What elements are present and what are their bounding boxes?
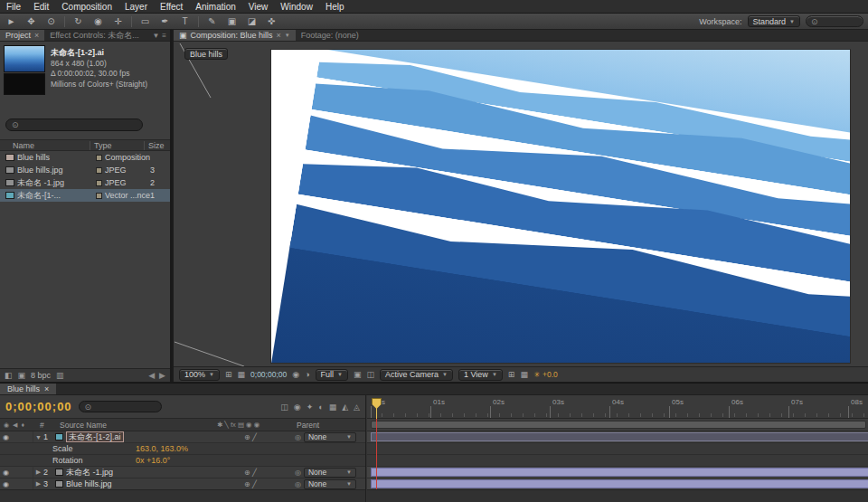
menu-window[interactable]: Window bbox=[274, 2, 319, 12]
tab-footage[interactable]: Footage: (none) bbox=[296, 30, 364, 41]
project-table-header[interactable]: Name Type Size bbox=[0, 139, 170, 151]
track-scale[interactable] bbox=[367, 443, 868, 455]
eye-icon[interactable]: ◉ bbox=[0, 433, 12, 441]
tab-effect-controls[interactable]: Effect Controls: 未命名... bbox=[44, 30, 144, 41]
brush-tool-icon[interactable]: ✎ bbox=[205, 14, 219, 29]
pickwhip-icon[interactable]: ◎ bbox=[295, 469, 301, 477]
region-of-interest-icon[interactable]: ▣ bbox=[354, 370, 362, 379]
fast-previews-icon[interactable]: ▦ bbox=[520, 370, 528, 379]
layer-row-1[interactable]: ◉ ▼ 1 未命名-[1-2].ai ⊕ ╱ ◎ None ▼ bbox=[0, 431, 365, 443]
layer-3-duration-bar[interactable] bbox=[371, 479, 868, 488]
transparency-grid-icon[interactable]: ◫ bbox=[367, 370, 375, 379]
rotation-tool-icon[interactable]: ↻ bbox=[71, 14, 85, 29]
grid-guides-icon[interactable]: ▦ bbox=[238, 370, 246, 379]
new-folder-icon[interactable]: ▣ bbox=[18, 371, 26, 380]
layer-row-2[interactable]: ◉ ▶ 2 未命名 -1.jpg ⊕ ╱ ◎ None ▼ bbox=[0, 467, 365, 478]
project-item-blue-hills[interactable]: Blue hills Composition bbox=[0, 151, 170, 164]
comp-canvas[interactable] bbox=[271, 50, 850, 363]
layer-name[interactable]: 未命名 -1.jpg bbox=[66, 467, 244, 478]
graph-editor-icon[interactable]: ◬ bbox=[354, 403, 360, 412]
pen-tool-icon[interactable]: ✒ bbox=[158, 14, 172, 29]
hide-shy-icon[interactable]: ◐ bbox=[318, 403, 323, 412]
menu-effect[interactable]: Effect bbox=[154, 2, 189, 12]
eraser-tool-icon[interactable]: ◪ bbox=[245, 14, 259, 29]
work-area-bar[interactable] bbox=[371, 421, 866, 429]
draft-3d-icon[interactable]: ✦ bbox=[307, 403, 314, 412]
rotation-value[interactable]: 0x +16.0° bbox=[136, 456, 170, 465]
channels-icon[interactable]: ◑ bbox=[305, 370, 309, 379]
puppet-pin-tool-icon[interactable]: ✜ bbox=[265, 14, 278, 29]
column-type[interactable]: Type bbox=[90, 141, 145, 150]
layer-switches[interactable]: ⊕ ╱ bbox=[244, 469, 295, 477]
motion-blur-icon[interactable]: ◭ bbox=[342, 403, 348, 412]
layer-name-selected[interactable]: 未命名-[1-2].ai bbox=[66, 431, 124, 442]
time-ruler[interactable]: 00s 01s 02s 03s 04s 05s 06s 07s 08s bbox=[367, 395, 868, 419]
clone-stamp-tool-icon[interactable]: ▣ bbox=[225, 14, 239, 29]
view-layout-dropdown[interactable]: 1 View ▼ bbox=[458, 369, 503, 381]
parent-dropdown[interactable]: None ▼ bbox=[304, 432, 356, 442]
eye-icon[interactable]: ◉ bbox=[0, 469, 12, 477]
tab-composition[interactable]: ▣ Composition: Blue hills × ▼ bbox=[174, 30, 296, 41]
interpret-footage-icon[interactable]: ◧ bbox=[5, 371, 13, 380]
menu-file[interactable]: File bbox=[0, 2, 27, 12]
type-tool-icon[interactable]: T bbox=[178, 14, 192, 29]
column-name[interactable]: Name bbox=[0, 141, 90, 150]
workspace-dropdown[interactable]: Standard ▼ bbox=[748, 15, 800, 27]
camera-dropdown[interactable]: Active Camera ▼ bbox=[380, 369, 453, 381]
panel-menu-icon[interactable]: ≡ bbox=[162, 32, 166, 40]
selection-tool-icon[interactable]: ► bbox=[5, 14, 18, 29]
menu-help[interactable]: Help bbox=[319, 2, 351, 12]
menu-composition[interactable]: Composition bbox=[55, 2, 118, 12]
resolution-dropdown[interactable]: Full ▼ bbox=[316, 369, 348, 381]
layer-2-duration-bar[interactable] bbox=[371, 468, 868, 477]
layer-name[interactable]: Blue hills.jpg bbox=[66, 479, 244, 488]
tab-project[interactable]: Project × bbox=[0, 30, 44, 41]
menu-animation[interactable]: Animation bbox=[189, 2, 241, 12]
comp-breadcrumb[interactable]: Blue hills bbox=[184, 48, 228, 60]
menu-view[interactable]: View bbox=[242, 2, 275, 12]
property-row-scale[interactable]: Scale 163.0, 163.0% bbox=[0, 443, 365, 455]
source-name-column[interactable]: Source Name bbox=[60, 421, 217, 430]
timeline-tab-blue-hills[interactable]: Blue hills × bbox=[0, 384, 56, 394]
camera-tool-icon[interactable]: ◉ bbox=[91, 14, 105, 29]
zoom-tool-icon[interactable]: ⊙ bbox=[44, 14, 58, 29]
comp-mini-flowchart-icon[interactable]: ◫ bbox=[280, 403, 288, 412]
project-search-input[interactable]: ⊙ bbox=[5, 118, 143, 131]
property-row-rotation[interactable]: Rotation 0x +16.0° bbox=[0, 455, 365, 467]
viewer-time-display[interactable]: 0;00;00;00 bbox=[250, 370, 287, 379]
layer-1-duration-bar[interactable] bbox=[371, 432, 868, 441]
magnification-dropdown[interactable]: 100% ▼ bbox=[179, 369, 220, 381]
pan-behind-tool-icon[interactable]: ✛ bbox=[111, 14, 125, 29]
eye-icon[interactable]: ◉ bbox=[0, 480, 12, 488]
composition-viewer[interactable]: Blue hills bbox=[174, 42, 868, 366]
project-item-untitled-ai[interactable]: 未命名-[1-... Vector ...nce 1 bbox=[0, 189, 170, 202]
close-icon[interactable]: × bbox=[44, 384, 49, 393]
mask-tool-icon[interactable]: ▭ bbox=[138, 14, 152, 29]
scale-value[interactable]: 163.0, 163.0% bbox=[136, 444, 188, 453]
project-item-untitled-jpg[interactable]: 未命名 -1.jpg JPEG 2 bbox=[0, 176, 170, 189]
live-update-icon[interactable]: ◉ bbox=[294, 403, 301, 412]
close-icon[interactable]: × bbox=[277, 31, 281, 40]
snapshot-icon[interactable]: ◉ bbox=[292, 370, 299, 379]
track-layer-1[interactable] bbox=[367, 431, 868, 443]
frame-blending-icon[interactable]: ▦ bbox=[329, 403, 337, 412]
workspace-search-input[interactable]: ⊙ bbox=[806, 15, 863, 27]
menu-edit[interactable]: Edit bbox=[27, 2, 55, 12]
scroll-right-icon[interactable]: ▶ bbox=[159, 371, 165, 380]
close-icon[interactable]: × bbox=[34, 31, 39, 40]
current-time-indicator-line[interactable] bbox=[376, 419, 377, 489]
scroll-left-icon[interactable]: ◀ bbox=[148, 371, 155, 380]
trash-icon[interactable]: ▥ bbox=[56, 371, 64, 380]
parent-dropdown[interactable]: None ▼ bbox=[304, 479, 356, 489]
parent-dropdown[interactable]: None ▼ bbox=[304, 468, 356, 478]
track-rotation[interactable] bbox=[367, 455, 868, 467]
menu-layer[interactable]: Layer bbox=[118, 2, 154, 12]
expander-icon[interactable]: ▶ bbox=[33, 480, 43, 488]
exposure-control[interactable]: ✳ +0.0 bbox=[533, 370, 558, 379]
hand-tool-icon[interactable]: ✥ bbox=[24, 14, 38, 29]
expander-icon[interactable]: ▼ bbox=[33, 434, 43, 440]
panel-dropdown-icon[interactable]: ▼ bbox=[152, 32, 159, 40]
project-item-blue-hills-jpg[interactable]: Blue hills.jpg JPEG 3 bbox=[0, 164, 170, 176]
track-layer-2[interactable] bbox=[367, 467, 868, 478]
pixel-aspect-correction-icon[interactable]: ⊞ bbox=[508, 370, 515, 379]
